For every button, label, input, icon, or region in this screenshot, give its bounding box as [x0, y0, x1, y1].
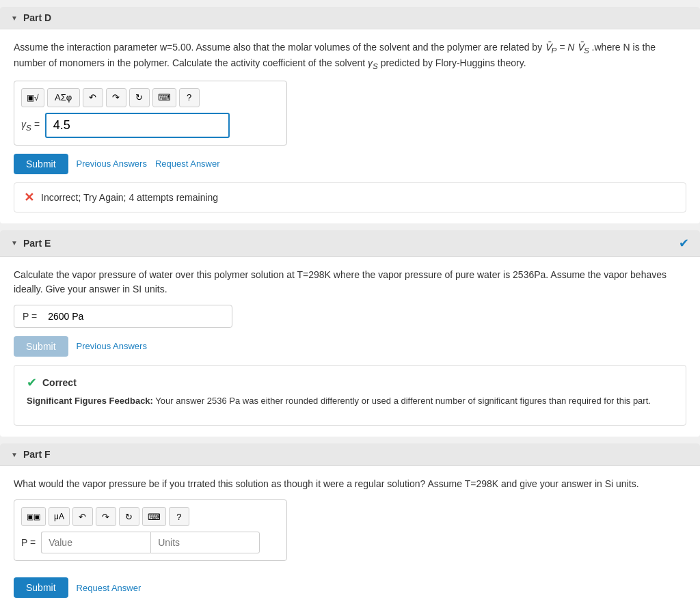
part-d-input-row: γS =	[21, 113, 280, 138]
incorrect-icon: ✕	[24, 190, 34, 205]
part-d-body: Assume the interaction parameter w=5.00.…	[0, 29, 700, 223]
part-e-header[interactable]: ▼ Part E ✔	[0, 230, 700, 257]
part-f-input-row: P =	[21, 532, 280, 553]
correct-check-icon: ✔	[27, 375, 37, 390]
part-d-header[interactable]: ▼ Part D	[0, 7, 700, 29]
keyboard-btn[interactable]: ⌨	[152, 88, 176, 107]
part-f-toolbar: ▣▣ μA ↶ ↷ ↻ ⌨ ?	[21, 507, 280, 526]
part-e-actions: Submit Previous Answers	[14, 336, 686, 357]
part-e-description: Calculate the vapor pressure of water ov…	[14, 268, 686, 297]
sig-fig-label: Significant Figures Feedback:	[27, 396, 153, 406]
part-e-feedback: ✔ Correct Significant Figures Feedback: …	[14, 365, 686, 426]
part-f-header[interactable]: ▼ Part F	[0, 443, 700, 466]
part-f-mu-btn[interactable]: μA	[49, 507, 70, 526]
part-e-input-row: P =	[14, 305, 232, 328]
part-d-answer-box: ▣√ AΣφ ↶ ↷ ↻ ⌨ ? γS =	[14, 81, 287, 146]
part-f-reset-btn[interactable]: ↻	[119, 507, 139, 526]
part-f-redo-btn[interactable]: ↷	[96, 507, 116, 526]
part-f-units-input[interactable]	[150, 532, 260, 553]
undo-btn[interactable]: ↶	[83, 88, 103, 107]
part-d-feedback: ✕ Incorrect; Try Again; 4 attempts remai…	[14, 182, 686, 212]
part-f-actions: Submit Request Answer	[14, 577, 686, 598]
part-d-description: Assume the interaction parameter w=5.00.…	[14, 40, 686, 72]
part-f-submit-button[interactable]: Submit	[14, 577, 68, 598]
part-f-input-label: P =	[21, 537, 36, 548]
part-e-correct-header: ✔ Correct	[27, 375, 673, 390]
part-d-section: ▼ Part D Assume the interaction paramete…	[0, 7, 700, 223]
part-f-matrix-btn[interactable]: ▣▣	[21, 507, 46, 526]
part-f-value-input[interactable]	[41, 532, 150, 553]
part-e-input-label: P =	[23, 311, 37, 322]
part-d-actions: Submit Previous Answers Request Answer	[14, 154, 686, 174]
part-f-keyboard-btn[interactable]: ⌨	[142, 507, 166, 526]
part-f-section: ▼ Part F What would the vapor pressure b…	[0, 443, 700, 604]
part-f-body: What would the vapor pressure be if you …	[0, 466, 700, 604]
redo-btn[interactable]: ↷	[106, 88, 126, 107]
part-f-undo-btn[interactable]: ↶	[72, 507, 93, 526]
part-e-submit-button[interactable]: Submit	[14, 336, 68, 357]
part-e-sig-fig: Significant Figures Feedback: Your answe…	[27, 394, 673, 408]
part-d-arrow: ▼	[11, 14, 18, 22]
part-e-title: Part E	[23, 238, 51, 249]
matrix-icon-btn[interactable]: ▣√	[21, 88, 44, 107]
part-d-prev-answers-link[interactable]: Previous Answers	[77, 159, 147, 169]
part-d-toolbar: ▣√ AΣφ ↶ ↷ ↻ ⌨ ?	[21, 88, 280, 107]
part-e-check-icon: ✔	[679, 236, 689, 251]
part-e-prev-answers-link[interactable]: Previous Answers	[77, 341, 147, 351]
part-d-input-label: γS =	[21, 119, 40, 132]
help-btn[interactable]: ?	[179, 88, 200, 107]
part-f-arrow: ▼	[11, 451, 18, 458]
part-e-correct-title: Correct	[42, 377, 77, 388]
part-d-feedback-text: Incorrect; Try Again; 4 attempts remaini…	[41, 192, 218, 203]
part-e-arrow: ▼	[11, 239, 18, 247]
part-d-request-answer-link[interactable]: Request Answer	[155, 159, 220, 169]
part-e-input[interactable]	[42, 311, 213, 322]
part-d-input[interactable]	[45, 113, 230, 138]
part-f-help-btn[interactable]: ?	[169, 507, 189, 526]
part-f-answer-box: ▣▣ μA ↶ ↷ ↻ ⌨ ? P =	[14, 499, 287, 561]
part-d-title: Part D	[23, 12, 51, 23]
part-d-submit-button[interactable]: Submit	[14, 154, 68, 174]
part-f-request-answer-link[interactable]: Request Answer	[77, 583, 142, 593]
reset-btn[interactable]: ↻	[129, 88, 150, 107]
alpha-sigma-btn[interactable]: AΣφ	[47, 88, 80, 107]
part-e-section: ▼ Part E ✔ Calculate the vapor pressure …	[0, 230, 700, 437]
part-e-input-container: P =	[14, 305, 686, 328]
sig-fig-text: Your answer 2536 Pa was either rounded d…	[155, 396, 651, 406]
part-e-body: Calculate the vapor pressure of water ov…	[0, 257, 700, 437]
part-f-title: Part F	[23, 449, 51, 460]
part-f-description: What would the vapor pressure be if you …	[14, 477, 686, 491]
